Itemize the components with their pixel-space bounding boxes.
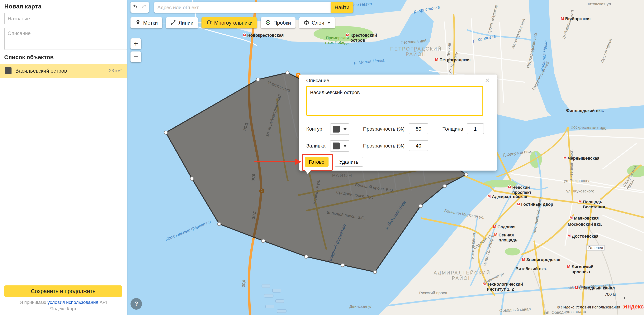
polygon-vertex[interactable] bbox=[419, 204, 422, 208]
terms-brand: Яндекс.Карт bbox=[50, 306, 77, 312]
polygon-vertex[interactable] bbox=[164, 131, 168, 134]
undo-redo-group bbox=[130, 2, 149, 13]
outline-opacity-label: Прозрачность (%) bbox=[363, 126, 404, 132]
done-button[interactable]: Готово bbox=[305, 157, 328, 167]
terms-text: Я принимаю bbox=[20, 300, 46, 305]
chevron-down-icon bbox=[344, 145, 346, 147]
polygon-vertex[interactable] bbox=[443, 184, 446, 188]
outline-color-select[interactable] bbox=[330, 123, 349, 135]
tool-пробки[interactable]: Пробки bbox=[260, 17, 296, 29]
tool-row: МеткиЛинииМногоугольникиПробкиСлои bbox=[130, 17, 335, 29]
thickness-input[interactable] bbox=[467, 123, 484, 134]
outline-color-swatch bbox=[333, 126, 340, 133]
tool-label: Многоугольники bbox=[214, 20, 252, 26]
scale-bar bbox=[596, 297, 625, 299]
chevron-down-icon bbox=[327, 22, 330, 24]
tool-label: Слои bbox=[312, 20, 324, 26]
page-title: Новая карта bbox=[4, 3, 42, 10]
undo-icon[interactable] bbox=[132, 4, 138, 11]
save-button[interactable]: Сохранить и продолжить bbox=[4, 285, 122, 297]
polygon-vertex[interactable] bbox=[464, 173, 468, 176]
polygon-vertex[interactable] bbox=[373, 270, 377, 274]
object-color-swatch bbox=[4, 67, 12, 74]
fill-opacity-input[interactable] bbox=[409, 140, 428, 151]
zoom-out-button[interactable]: − bbox=[130, 52, 141, 62]
chevron-down-icon bbox=[344, 128, 346, 130]
objects-list: Васильевский остров23 км² bbox=[0, 64, 127, 78]
yandex-map-constructor: Новая карта Список объектов Васильевский… bbox=[0, 0, 644, 315]
fill-opacity-label: Прозрачность (%) bbox=[363, 143, 404, 149]
dialog-tail bbox=[305, 170, 311, 174]
outline-opacity-input[interactable] bbox=[409, 123, 428, 134]
tool-линии[interactable]: Линии bbox=[166, 17, 198, 29]
fill-label: Заливка bbox=[306, 143, 326, 149]
pin-icon bbox=[135, 20, 141, 26]
map-name-input[interactable] bbox=[4, 13, 128, 24]
polygon-vertex[interactable] bbox=[190, 177, 194, 180]
sidebar: Новая карта Список объектов Васильевский… bbox=[0, 0, 127, 315]
polygon-vertex[interactable] bbox=[304, 255, 308, 258]
object-area: 23 км² bbox=[109, 68, 122, 73]
line-icon bbox=[170, 20, 176, 26]
scale-label: 700 м bbox=[596, 292, 625, 296]
terms-of-use-link[interactable]: Условия использования bbox=[576, 305, 620, 309]
tool-label: Линии bbox=[178, 20, 194, 26]
terms-footer: Я принимаю условия использования API Янд… bbox=[0, 299, 127, 313]
polygon-vertex[interactable] bbox=[262, 239, 265, 243]
polygon-description-input[interactable]: Васильевский остров bbox=[306, 86, 483, 116]
terms-api: API bbox=[100, 300, 107, 305]
layers-icon bbox=[304, 20, 309, 26]
map-description-input[interactable] bbox=[4, 28, 128, 50]
outline-label: Контур bbox=[306, 126, 322, 132]
polygon-icon bbox=[206, 20, 212, 26]
tool-слои[interactable]: Слои bbox=[299, 17, 335, 29]
tool-label: Пробки bbox=[273, 20, 291, 26]
object-list-item[interactable]: Васильевский остров23 км² bbox=[0, 64, 127, 78]
tool-label: Метки bbox=[143, 20, 158, 26]
zoom-in-button[interactable]: + bbox=[130, 39, 141, 49]
yandex-logo[interactable]: Яндекс bbox=[623, 303, 644, 310]
help-button[interactable]: ? bbox=[130, 298, 142, 310]
tool-метки[interactable]: Метки bbox=[130, 17, 162, 29]
tool-многоугольники[interactable]: Многоугольники bbox=[202, 17, 257, 29]
search-input[interactable] bbox=[154, 2, 331, 13]
polygon-vertex[interactable] bbox=[256, 78, 260, 81]
fill-color-swatch bbox=[333, 143, 340, 149]
objects-heading: Список объектов bbox=[4, 54, 54, 60]
dialog-title: Описание bbox=[306, 78, 329, 83]
fill-color-select[interactable] bbox=[330, 140, 349, 152]
redo-icon[interactable] bbox=[141, 4, 148, 11]
delete-button[interactable]: Удалить bbox=[335, 157, 363, 167]
copyright-text: © Яндекс bbox=[557, 305, 574, 309]
object-name: Васильевский остров bbox=[15, 68, 106, 74]
close-icon[interactable]: × bbox=[482, 75, 492, 85]
terms-link[interactable]: условия использования bbox=[48, 300, 98, 305]
map-scale: 700 м bbox=[596, 292, 625, 299]
polygon-properties-dialog: Описание × Васильевский остров Контур Пр… bbox=[299, 75, 496, 171]
polygon-vertex[interactable] bbox=[218, 222, 221, 226]
polygon-vertex[interactable] bbox=[286, 71, 289, 74]
attribution: © Яндекс Условия использования bbox=[534, 305, 620, 309]
find-button[interactable]: Найти bbox=[331, 2, 353, 13]
search-bar: Найти bbox=[130, 2, 353, 13]
map-area[interactable]: Средняя Невкар. Крестовкар. Малая Невкар… bbox=[127, 0, 644, 315]
polygon-vertex[interactable] bbox=[341, 263, 344, 267]
thickness-label: Толщина bbox=[442, 126, 463, 132]
traffic-icon bbox=[265, 20, 271, 26]
